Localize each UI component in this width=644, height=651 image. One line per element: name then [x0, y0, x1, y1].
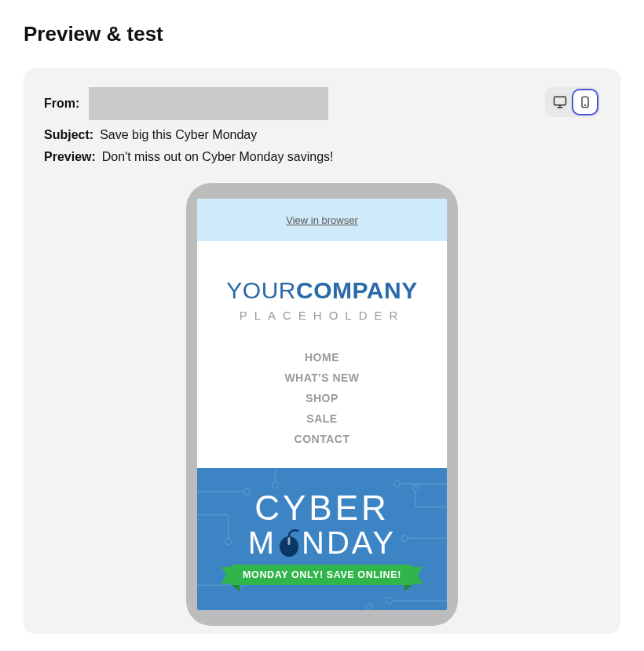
- banner-text-monday: M NDAY: [248, 527, 397, 558]
- desktop-view-button[interactable]: [548, 90, 572, 114]
- svg-point-13: [393, 481, 400, 487]
- svg-rect-26: [288, 537, 291, 545]
- mobile-device-frame: View in browser YOURCOMPANY PLACEHOLDER …: [186, 183, 458, 626]
- svg-point-22: [272, 482, 278, 488]
- from-row: From:: [44, 87, 600, 120]
- cyber-monday-banner: CYBER M NDAY: [197, 468, 447, 610]
- promo-ribbon: MONDAY ONLY! SAVE ONLINE!: [232, 565, 412, 585]
- view-in-browser-bar: View in browser: [197, 199, 447, 241]
- banner-m: M: [248, 527, 276, 558]
- ribbon-text: MONDAY ONLY! SAVE ONLINE!: [232, 565, 412, 585]
- subject-row: Subject: Save big this Cyber Monday: [44, 128, 600, 142]
- svg-point-24: [366, 604, 372, 610]
- email-nav: HOME WHAT'S NEW SHOP SALE CONTACT: [197, 336, 447, 468]
- banner-nday: NDAY: [302, 527, 396, 558]
- nav-home[interactable]: HOME: [197, 347, 447, 368]
- logo-line-1: YOURCOMPANY: [205, 277, 439, 304]
- preview-text-value: Don't miss out on Cyber Monday savings!: [102, 150, 334, 164]
- view-toggle: [545, 87, 600, 117]
- svg-rect-3: [582, 97, 588, 107]
- svg-point-16: [412, 485, 419, 492]
- from-label: From:: [44, 97, 79, 111]
- mobile-view-button[interactable]: [573, 90, 597, 114]
- logo-thin: YOUR: [226, 277, 296, 303]
- company-logo: YOURCOMPANY PLACEHOLDER: [197, 241, 447, 336]
- desktop-icon: [553, 95, 567, 109]
- svg-rect-0: [554, 97, 566, 105]
- from-value-redacted: [89, 87, 328, 120]
- mobile-icon: [579, 96, 591, 108]
- svg-point-9: [225, 538, 232, 544]
- nav-sale[interactable]: SALE: [197, 408, 447, 429]
- nav-whats-new[interactable]: WHAT'S NEW: [197, 368, 447, 388]
- preview-row: Preview: Don't miss out on Cyber Monday …: [44, 150, 600, 164]
- view-in-browser-link[interactable]: View in browser: [286, 214, 358, 226]
- svg-point-6: [244, 488, 251, 495]
- subject-label: Subject:: [44, 128, 93, 142]
- ribbon-tail-left: [232, 585, 240, 591]
- mouse-icon: [277, 528, 301, 558]
- nav-shop[interactable]: SHOP: [197, 388, 447, 408]
- banner-text-cyber: CYBER: [254, 491, 390, 525]
- preview-text-label: Preview:: [44, 150, 96, 164]
- ribbon-tail-right: [404, 585, 412, 591]
- nav-contact[interactable]: CONTACT: [197, 429, 447, 449]
- logo-bold: COMPANY: [296, 277, 418, 303]
- logo-subtitle: PLACEHOLDER: [205, 309, 439, 322]
- svg-point-18: [401, 535, 408, 541]
- svg-point-20: [386, 598, 392, 604]
- subject-value: Save big this Cyber Monday: [100, 128, 257, 142]
- email-preview-screen: View in browser YOURCOMPANY PLACEHOLDER …: [197, 199, 447, 610]
- page-title: Preview & test: [24, 22, 620, 46]
- preview-panel: From: Subject: Save big this Cyber Monda…: [24, 68, 620, 634]
